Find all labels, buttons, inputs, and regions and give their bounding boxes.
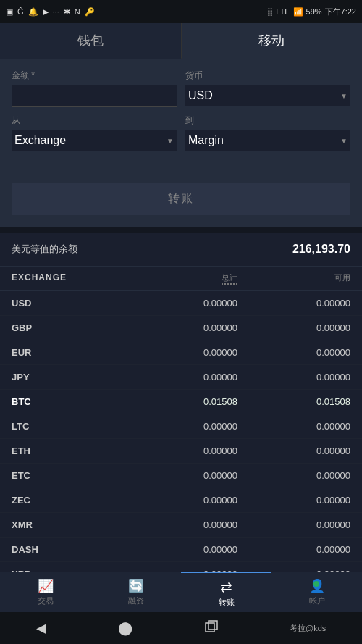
cell-name: DASH: [12, 544, 125, 555]
currency-select-wrapper: USD: [185, 85, 350, 106]
dots-icon: ···: [53, 7, 59, 16]
cell-available: 0.00000: [237, 322, 350, 333]
cell-name: ETH: [12, 446, 125, 456]
top-tab-bar: 钱包 移动: [0, 23, 362, 59]
amount-input[interactable]: [12, 85, 177, 107]
table-row: BTC 0.01508 0.01508: [0, 390, 362, 414]
table-header: EXCHANGE 总计 可用: [0, 267, 362, 291]
cell-name: LTC: [12, 421, 125, 432]
cell-name: ETC: [12, 470, 125, 481]
status-right: ⣿ LTE 📶 59% 下午7:22: [267, 7, 356, 17]
cell-total: 0.00000: [125, 298, 237, 309]
to-select-wrapper: Margin: [185, 130, 350, 151]
currency-group: 货币 USD: [185, 70, 350, 107]
nav-item-funding[interactable]: 🔄 融资: [90, 572, 181, 612]
table-body: USD 0.00000 0.00000 GBP 0.00000 0.00000 …: [0, 291, 362, 587]
bluetooth-icon: ✱: [64, 7, 70, 17]
recent-button[interactable]: [205, 620, 218, 637]
cell-available: 0.00000: [237, 421, 350, 432]
amount-label: 金额 *: [12, 70, 177, 82]
cell-available: 0.00000: [237, 446, 350, 456]
trade-icon: 📈: [38, 578, 54, 594]
nav-item-trade[interactable]: 📈 交易: [0, 572, 90, 612]
transfer-label: 转账: [219, 597, 235, 608]
menu-icon: ▣: [6, 7, 13, 17]
table-row: ETH 0.00000 0.00000: [0, 439, 362, 464]
cell-total: 0.00000: [125, 495, 237, 506]
nfc-icon: N: [75, 7, 80, 16]
cell-name: XMR: [12, 519, 125, 530]
table-row: ZEC 0.00000 0.00000: [0, 488, 362, 513]
from-select-wrapper: Exchange: [12, 130, 177, 151]
cell-available: 0.01508: [237, 396, 350, 407]
funding-icon: 🔄: [128, 578, 144, 594]
cell-name: ZEC: [12, 495, 125, 506]
cell-name: USD: [12, 298, 125, 309]
play-icon: ▶: [43, 7, 49, 17]
key-icon: 🔑: [85, 7, 95, 17]
status-left-icons: ▣ Ĝ 🔔 ▶ ··· ✱ N 🔑: [6, 7, 95, 17]
cell-available: 0.00000: [237, 372, 350, 382]
signal-strength: ⣿: [267, 7, 273, 17]
cell-available: 0.00000: [237, 495, 350, 506]
home-button[interactable]: ⬤: [118, 620, 132, 636]
table-row: JPY 0.00000 0.00000: [0, 365, 362, 390]
transfer-button[interactable]: 转账: [12, 183, 350, 215]
cell-total: 0.00000: [125, 322, 237, 333]
app-icon: Ĝ: [17, 7, 24, 16]
to-select[interactable]: Margin: [185, 130, 350, 151]
nav-item-account[interactable]: 👤 帐户: [272, 572, 362, 612]
cell-total: 0.00000: [125, 470, 237, 481]
lte-label: LTE: [276, 7, 290, 16]
cell-available: 0.00000: [237, 544, 350, 555]
cell-available: 0.00000: [237, 470, 350, 481]
cell-name: BTC: [12, 396, 125, 407]
funding-label: 融资: [128, 595, 144, 606]
cell-available: 0.00000: [237, 347, 350, 358]
table-row: GBP 0.00000 0.00000: [0, 316, 362, 340]
balance-label: 美元等值的余额: [12, 243, 77, 256]
back-button[interactable]: ◀: [36, 620, 46, 636]
cell-total: 0.00000: [125, 372, 237, 382]
cell-total: 0.00000: [125, 347, 237, 358]
from-to-row: 从 Exchange 到 Margin: [12, 114, 350, 151]
cell-total: 0.00000: [125, 519, 237, 530]
cell-total: 0.00000: [125, 446, 237, 456]
amount-group: 金额 *: [12, 70, 177, 107]
status-bar: ▣ Ĝ 🔔 ▶ ··· ✱ N 🔑 ⣿ LTE 📶 59% 下午7:22: [0, 0, 362, 23]
to-group: 到 Margin: [185, 114, 350, 151]
cell-total: 0.00000: [125, 544, 237, 555]
cell-name: JPY: [12, 372, 125, 382]
balance-value: 216,193.70: [292, 243, 350, 256]
tab-wallet[interactable]: 钱包: [0, 23, 182, 59]
transfer-button-row: 转账: [0, 172, 362, 227]
transfer-form: 金额 * 货币 USD 从 Exchange 到: [0, 59, 362, 172]
nav-item-transfer[interactable]: ⇄ 转账: [181, 572, 272, 612]
notification-icon: 🔔: [28, 7, 38, 17]
cell-name: GBP: [12, 322, 125, 333]
table-row: EUR 0.00000 0.00000: [0, 340, 362, 365]
to-label: 到: [185, 114, 350, 127]
table-row: XMR 0.00000 0.00000: [0, 513, 362, 538]
wifi-icon: 📶: [293, 7, 303, 17]
amount-currency-row: 金额 * 货币 USD: [12, 70, 350, 107]
col-total: 总计: [125, 272, 237, 285]
cell-name: EUR: [12, 347, 125, 358]
from-select[interactable]: Exchange: [12, 130, 177, 151]
section-divider: [0, 227, 362, 233]
online-indicator: [313, 581, 319, 587]
cell-total: 0.00000: [125, 421, 237, 432]
balance-table: EXCHANGE 总计 可用 USD 0.00000 0.00000 GBP 0…: [0, 267, 362, 615]
svg-rect-1: [209, 621, 217, 630]
table-row: DASH 0.00000 0.00000: [0, 538, 362, 562]
trade-label: 交易: [38, 595, 54, 606]
system-nav-bar: ◀ ⬤ 考拉@kds: [0, 612, 362, 644]
balance-row: 美元等值的余额 216,193.70: [0, 233, 362, 267]
table-row: LTC 0.00000 0.00000: [0, 414, 362, 439]
account-label: 帐户: [309, 595, 325, 606]
tab-mobile[interactable]: 移动: [182, 23, 363, 59]
col-available: 可用: [237, 272, 350, 285]
cell-available: 0.00000: [237, 298, 350, 309]
from-label: 从: [12, 114, 177, 127]
currency-select[interactable]: USD: [185, 85, 350, 106]
